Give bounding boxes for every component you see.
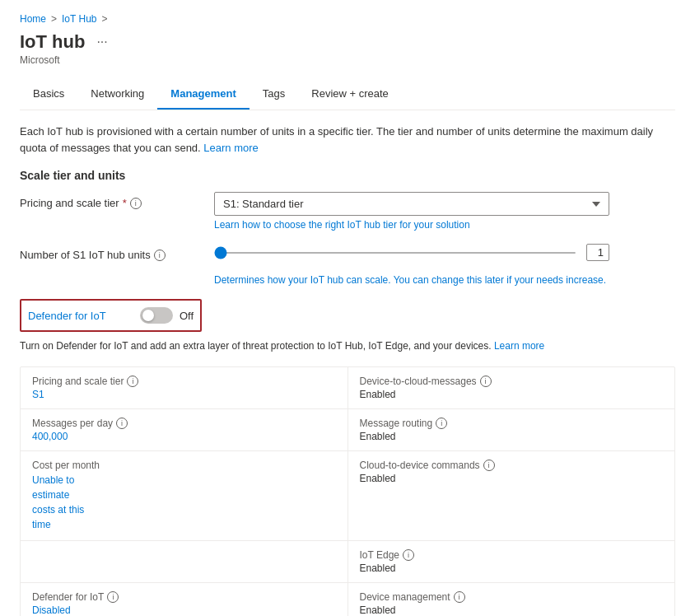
pricing-tier-label: Pricing and scale tier * i	[20, 192, 201, 209]
breadcrumb-iothub[interactable]: IoT Hub	[62, 13, 96, 25]
breadcrumb-sep2: >	[102, 13, 108, 25]
tab-networking[interactable]: Networking	[77, 79, 157, 110]
tab-basics[interactable]: Basics	[20, 79, 77, 110]
table-row: Pricing and scale tier i S1 Device-to-cl…	[21, 367, 674, 409]
table-cell-iotedge-label: IoT Edge i Enabled	[348, 541, 675, 582]
defender-row: Defender for IoT Off	[20, 299, 202, 332]
table-cell-routing-label: Message routing i Enabled	[348, 409, 675, 450]
pricing-tier-row: Pricing and scale tier * i F1: Free tier…	[20, 192, 675, 231]
table-row: IoT Edge i Enabled	[21, 541, 674, 583]
defender-learn-more-link[interactable]: Learn more	[494, 340, 544, 352]
table-cell-defender-iot-label: Defender for IoT i Disabled	[21, 583, 348, 616]
description-learn-more-link[interactable]: Learn more	[203, 142, 258, 154]
defender-label: Defender for IoT	[28, 310, 127, 322]
units-info-icon[interactable]: i	[154, 250, 166, 261]
units-label: Number of S1 IoT hub units i	[20, 244, 201, 261]
scale-section-heading: Scale tier and units	[20, 169, 675, 182]
breadcrumb: Home > IoT Hub >	[20, 13, 675, 25]
table-d2c-info-icon[interactable]: i	[480, 376, 492, 387]
units-help-text: Determines how your IoT hub can scale. Y…	[214, 274, 675, 286]
table-defender-value: Disabled	[32, 604, 336, 616]
breadcrumb-sep1: >	[51, 13, 57, 25]
ellipsis-button[interactable]: ···	[91, 33, 112, 51]
defender-toggle-label: Off	[180, 310, 194, 322]
summary-table: Pricing and scale tier i S1 Device-to-cl…	[20, 366, 675, 616]
table-cell-cost-label: Cost per month Unable to estimate costs …	[21, 451, 348, 540]
table-defender-info-icon[interactable]: i	[107, 591, 119, 603]
table-devmgmt-value: Enabled	[360, 604, 664, 616]
pricing-tier-dropdown: F1: Free tier B1: Basic tier B2: Basic t…	[214, 192, 609, 231]
table-c2d-value: Enabled	[360, 473, 664, 484]
pricing-tier-select[interactable]: F1: Free tier B1: Basic tier B2: Basic t…	[214, 192, 609, 216]
table-routing-info-icon[interactable]: i	[436, 418, 447, 429]
table-cell-empty	[21, 541, 348, 582]
units-row: Number of S1 IoT hub units i 1	[20, 244, 675, 261]
defender-toggle-container: Off	[140, 307, 194, 324]
toggle-track	[140, 307, 173, 324]
table-messages-info-icon[interactable]: i	[116, 418, 128, 429]
tabs-nav: Basics Networking Management Tags Review…	[20, 79, 675, 110]
units-slider-container: 1	[214, 244, 609, 261]
pricing-tier-info-icon[interactable]: i	[130, 198, 142, 209]
table-pricing-info-icon[interactable]: i	[127, 376, 138, 387]
table-cell-d2c-label: Device-to-cloud-messages i Enabled	[348, 367, 675, 408]
pricing-tier-learn-link[interactable]: Learn how to choose the right IoT hub ti…	[214, 219, 609, 231]
defender-help-text: Turn on Defender for IoT and add an extr…	[20, 338, 675, 353]
pricing-required-marker: *	[123, 197, 127, 209]
table-routing-value: Enabled	[360, 431, 664, 442]
table-cell-pricing-label: Pricing and scale tier i S1	[21, 367, 348, 408]
table-cell-devmgmt-label: Device management i Enabled	[348, 583, 675, 616]
table-cell-c2d-label: Cloud-to-device commands i Enabled	[348, 451, 675, 540]
page-subtitle: Microsoft	[20, 54, 675, 66]
page-title: IoT hub	[20, 31, 85, 53]
breadcrumb-home[interactable]: Home	[20, 13, 46, 25]
toggle-thumb	[142, 310, 154, 321]
table-cost-value: Unable to estimate costs at this time	[32, 473, 336, 532]
units-slider[interactable]	[214, 252, 576, 254]
units-value: 1	[586, 244, 609, 261]
description-text: Each IoT hub is provisioned with a certa…	[20, 124, 675, 156]
table-iotedge-value: Enabled	[360, 562, 664, 574]
table-devmgmt-info-icon[interactable]: i	[454, 591, 465, 603]
table-row: Defender for IoT i Disabled Device manag…	[21, 583, 674, 616]
tab-management[interactable]: Management	[157, 79, 249, 110]
tab-tags[interactable]: Tags	[250, 79, 298, 110]
table-messages-value: 400,000	[32, 431, 336, 442]
tab-review-create[interactable]: Review + create	[298, 79, 402, 110]
table-row: Cost per month Unable to estimate costs …	[21, 451, 674, 541]
table-pricing-value: S1	[32, 389, 336, 400]
table-c2d-info-icon[interactable]: i	[483, 460, 495, 471]
defender-toggle[interactable]	[140, 307, 173, 324]
table-cell-messages-label: Messages per day i 400,000	[21, 409, 348, 450]
table-iotedge-info-icon[interactable]: i	[403, 549, 414, 561]
table-d2c-value: Enabled	[360, 389, 664, 400]
page-header: IoT hub ···	[20, 31, 675, 53]
table-row: Messages per day i 400,000 Message routi…	[21, 409, 674, 451]
